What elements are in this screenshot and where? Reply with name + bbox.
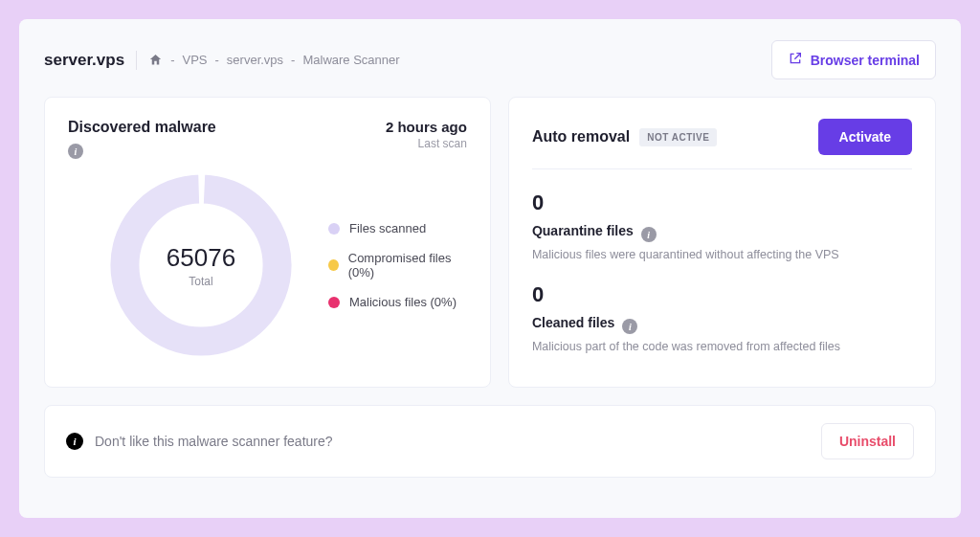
legend-malicious-label: Malicious files (0%) [349,295,457,309]
breadcrumb-malware: Malware Scanner [302,53,399,67]
header-left: server.vps - VPS - server.vps - Malware … [44,51,400,70]
footer-left: i Don't like this malware scanner featur… [66,433,333,450]
auto-removal-left: Auto removal NOT ACTIVE [532,128,717,146]
legend: Files scanned Compromised files (0%) Mal… [328,221,467,309]
footer-text: Don't like this malware scanner feature? [95,434,333,449]
breadcrumb-server[interactable]: server.vps [227,53,283,67]
info-icon: i [66,433,83,450]
donut-total-label: Total [189,275,212,288]
donut-chart: 65076 Total [100,165,301,366]
last-scan: 2 hours ago Last scan [386,119,467,150]
legend-scanned-label: Files scanned [349,221,426,235]
activate-button[interactable]: Activate [818,119,912,155]
donut-total-value: 65076 [167,243,235,273]
breadcrumb-sep: - [215,53,219,67]
discovered-card: Discovered malware i 2 hours ago Last sc… [44,97,491,388]
external-link-icon [788,51,803,69]
home-icon[interactable] [148,53,163,67]
cleaned-title: Cleaned files [532,315,614,330]
info-icon[interactable]: i [622,319,637,334]
quarantine-block: 0 Quarantine files i Malicious files wer… [532,190,912,261]
discovered-header: Discovered malware i 2 hours ago Last sc… [68,119,467,159]
last-scan-label: Last scan [386,137,467,150]
browser-terminal-button[interactable]: Browser terminal [771,40,936,79]
legend-compromised: Compromised files (0%) [328,251,467,280]
quarantine-desc: Malicious files were quarantined without… [532,248,912,261]
header: server.vps - VPS - server.vps - Malware … [44,40,936,79]
cleaned-count: 0 [532,282,912,307]
breadcrumb-sep: - [291,53,295,67]
breadcrumb: - VPS - server.vps - Malware Scanner [148,53,399,67]
cleaned-desc: Malicious part of the code was removed f… [532,340,912,353]
cleaned-block: 0 Cleaned files i Malicious part of the … [532,282,912,353]
uninstall-button[interactable]: Uninstall [821,423,914,459]
quarantine-count: 0 [532,190,912,215]
browser-terminal-label: Browser terminal [811,53,920,68]
legend-compromised-label: Compromised files (0%) [348,251,467,280]
auto-removal-title: Auto removal [532,128,630,145]
cards-row: Discovered malware i 2 hours ago Last sc… [44,97,936,388]
legend-dot-compromised [328,259,339,271]
legend-dot-malicious [328,297,340,308]
info-icon[interactable]: i [641,227,657,242]
auto-removal-card: Auto removal NOT ACTIVE Activate 0 Quara… [508,97,936,388]
legend-malicious: Malicious files (0%) [328,295,467,309]
auto-removal-header: Auto removal NOT ACTIVE Activate [532,119,912,169]
info-icon[interactable]: i [68,144,83,159]
legend-scanned: Files scanned [328,221,467,235]
page-title: server.vps [44,51,124,70]
donut-center: 65076 Total [100,165,301,366]
status-badge: NOT ACTIVE [639,128,717,146]
breadcrumb-vps[interactable]: VPS [182,53,207,67]
legend-dot-scanned [328,223,340,235]
breadcrumb-sep: - [170,53,174,67]
last-scan-time: 2 hours ago [386,119,467,135]
footer-card: i Don't like this malware scanner featur… [44,405,936,478]
quarantine-title: Quarantine files [532,223,634,238]
discovered-title: Discovered malware [68,119,216,136]
page: server.vps - VPS - server.vps - Malware … [19,19,961,518]
divider [136,51,137,70]
chart-row: 65076 Total Files scanned Compromised fi… [68,165,467,366]
